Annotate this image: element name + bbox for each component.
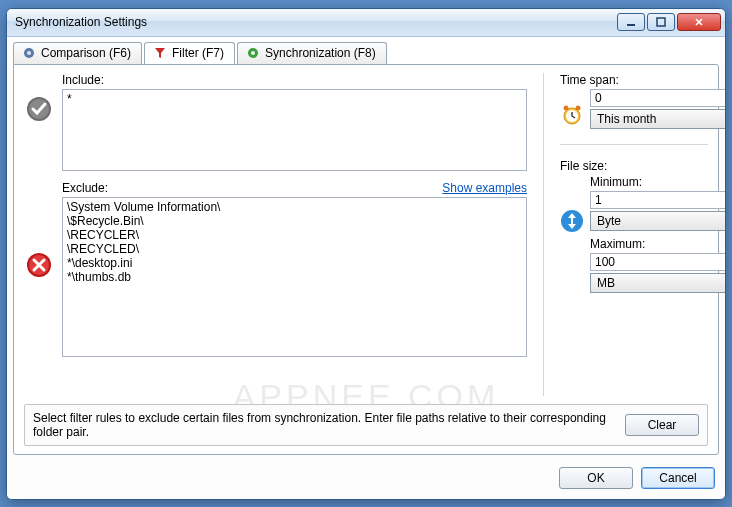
window-controls xyxy=(617,13,721,31)
tab-content-filter: APPNEE.COM Include: xyxy=(13,64,719,455)
svg-point-12 xyxy=(564,105,569,110)
timespan-unit-select[interactable]: This month xyxy=(590,109,726,129)
include-section: Include: xyxy=(24,73,527,171)
info-panel: Select filter rules to exclude certain f… xyxy=(24,404,708,446)
filesize-group: File size: Minimum: xyxy=(560,159,708,293)
client-area: Comparison (F6) Filter (F7) Synchronizat… xyxy=(7,37,725,499)
timespan-value-input[interactable] xyxy=(590,89,726,107)
updown-arrows-icon xyxy=(560,209,584,236)
exclude-section: Exclude: Show examples xyxy=(24,181,527,357)
include-label: Include: xyxy=(62,73,104,87)
timespan-label: Time span: xyxy=(560,73,708,87)
include-textarea[interactable] xyxy=(62,89,527,171)
min-value-input[interactable] xyxy=(590,191,726,209)
svg-point-3 xyxy=(27,51,31,55)
timespan-group: Time span: ▲▼ xyxy=(560,73,708,130)
show-examples-link[interactable]: Show examples xyxy=(442,181,527,195)
svg-rect-0 xyxy=(627,24,635,26)
funnel-icon xyxy=(153,46,167,60)
ok-button[interactable]: OK xyxy=(559,467,633,489)
min-unit-select[interactable]: Byte xyxy=(590,211,726,231)
tab-sync[interactable]: Synchronization (F8) xyxy=(237,42,387,64)
x-circle-icon xyxy=(25,251,53,282)
settings-dialog: Synchronization Settings Comparison (F6)… xyxy=(6,8,726,500)
max-label: Maximum: xyxy=(590,237,726,251)
tab-label: Filter (F7) xyxy=(172,46,224,60)
exclude-label: Exclude: xyxy=(62,181,108,195)
exclude-textarea[interactable] xyxy=(62,197,527,357)
tab-label: Comparison (F6) xyxy=(41,46,131,60)
close-button[interactable] xyxy=(677,13,721,31)
gear-green-icon xyxy=(246,46,260,60)
check-circle-icon xyxy=(25,95,53,126)
tab-label: Synchronization (F8) xyxy=(265,46,376,60)
min-label: Minimum: xyxy=(590,175,726,189)
maximize-button[interactable] xyxy=(647,13,675,31)
info-text: Select filter rules to exclude certain f… xyxy=(33,411,615,439)
clear-button[interactable]: Clear xyxy=(625,414,699,436)
filesize-label: File size: xyxy=(560,159,708,173)
tab-strip: Comparison (F6) Filter (F7) Synchronizat… xyxy=(7,38,725,64)
cancel-button[interactable]: Cancel xyxy=(641,467,715,489)
svg-point-5 xyxy=(251,51,255,55)
gear-icon xyxy=(22,46,36,60)
vertical-separator xyxy=(543,73,544,396)
svg-rect-1 xyxy=(657,18,665,26)
clock-icon xyxy=(560,103,584,130)
window-title: Synchronization Settings xyxy=(15,15,617,29)
max-value-input[interactable] xyxy=(590,253,726,271)
max-unit-select[interactable]: MB xyxy=(590,273,726,293)
tab-filter[interactable]: Filter (F7) xyxy=(144,42,235,64)
svg-point-13 xyxy=(576,105,581,110)
tab-comparison[interactable]: Comparison (F6) xyxy=(13,42,142,64)
dialog-buttons: OK Cancel xyxy=(7,461,725,499)
minimize-button[interactable] xyxy=(617,13,645,31)
titlebar[interactable]: Synchronization Settings xyxy=(7,9,725,37)
